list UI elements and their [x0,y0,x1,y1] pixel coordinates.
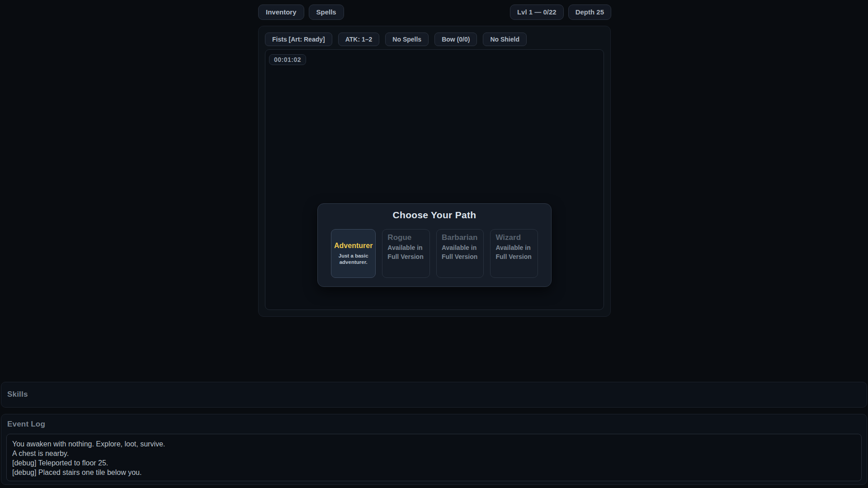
game-panel: Fists [Art: Ready] ATK: 1–2 No Spells Bo… [258,26,611,317]
class-card-wizard[interactable]: Wizard Available in Full Version [490,229,538,278]
game-viewport[interactable]: 00:01:02 Choose Your Path Adventurer Jus… [265,49,604,310]
attack-stat-button[interactable]: ATK: 1–2 [338,33,380,46]
event-log-box[interactable]: You awaken with nothing. Explore, loot, … [6,434,862,481]
equipment-bar: Fists [Art: Ready] ATK: 1–2 No Spells Bo… [265,33,604,46]
top-bar-right-group: Lvl 1 — 0/22 Depth 25 [510,5,611,20]
log-entry: You awaken with nothing. Explore, loot, … [12,439,855,449]
skills-panel: Skills [1,382,867,408]
class-card-title: Rogue [387,233,425,242]
class-card-adventurer[interactable]: Adventurer Just a basic adventurer. [331,229,376,278]
shield-slot-button[interactable]: No Shield [483,33,527,46]
game-timer: 00:01:02 [269,54,306,65]
class-card-rogue[interactable]: Rogue Available in Full Version [382,229,430,278]
class-card-description: Available in Full Version [495,243,533,261]
class-card-title: Barbarian [442,233,479,242]
inventory-button[interactable]: Inventory [258,5,304,20]
spells-slot-button[interactable]: No Spells [385,33,429,46]
class-card-barbarian[interactable]: Barbarian Available in Full Version [436,229,484,278]
top-bar-left-group: Inventory Spells [258,5,344,20]
bow-slot-button[interactable]: Bow (0/0) [434,33,477,46]
class-card-description: Available in Full Version [442,243,479,261]
class-card-description: Available in Full Version [387,243,425,261]
log-entry: [debug] Placed stairs one tile below you… [12,468,855,477]
modal-title: Choose Your Path [318,210,551,221]
level-xp-badge: Lvl 1 — 0/22 [510,5,564,20]
spells-button[interactable]: Spells [309,5,344,20]
skills-heading: Skills [7,390,867,399]
class-card-description: Just a basic adventurer. [338,253,369,265]
event-log-heading: Event Log [6,420,862,429]
class-card-title: Wizard [495,233,533,242]
weapon-button[interactable]: Fists [Art: Ready] [265,33,332,46]
event-log-panel: Event Log You awaken with nothing. Explo… [1,414,867,485]
top-bar: Inventory Spells Lvl 1 — 0/22 Depth 25 [258,5,611,20]
log-entry: A chest is nearby. [12,449,855,458]
log-entry: [debug] Teleported to floor 25. [12,458,855,468]
class-card-title: Adventurer [334,242,373,250]
depth-badge: Depth 25 [568,5,611,20]
class-card-row: Adventurer Just a basic adventurer. Rogu… [318,229,551,278]
choose-path-modal: Choose Your Path Adventurer Just a basic… [317,203,552,287]
